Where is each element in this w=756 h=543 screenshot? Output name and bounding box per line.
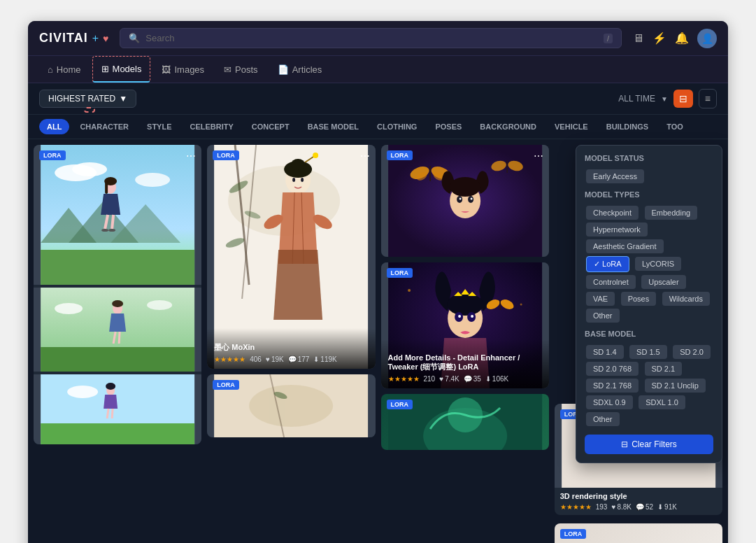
cat-tab-background[interactable]: BACKGROUND <box>472 119 544 134</box>
svg-rect-19 <box>41 347 194 372</box>
early-access-option[interactable]: Early Access <box>586 169 644 183</box>
base-sd21-unclip[interactable]: SD 2.1 Unclip <box>645 379 706 393</box>
clear-filters-button[interactable]: ⊟ Clear Filters <box>585 435 713 454</box>
base-sd20[interactable]: SD 2.0 <box>673 345 711 359</box>
type-checkpoint[interactable]: Checkpoint <box>586 206 639 220</box>
svg-marker-52 <box>273 250 322 320</box>
base-sdxl10[interactable]: SDXL 1.0 <box>639 395 685 409</box>
type-hypernetwork[interactable]: Hypernetwork <box>586 223 648 237</box>
stat-downloads-3b: ⬇ 106K <box>485 375 508 383</box>
type-aesthetic[interactable]: Aesthetic Gradient <box>586 239 664 253</box>
nav-item-articles[interactable]: 📄 Articles <box>269 57 331 82</box>
logo-text: CIVITAI <box>39 31 88 45</box>
card-3d-title: 3D rendering style <box>560 492 717 500</box>
svg-rect-7 <box>41 250 194 285</box>
model-card-1[interactable]: LORA ⋯ <box>34 145 201 444</box>
category-tabs: ALL CHARACTER STYLE CELEBRITY CONCEPT BA… <box>28 115 728 139</box>
type-embedding[interactable]: Embedding <box>645 206 698 220</box>
stars-3b: ★★★★★ <box>388 375 420 383</box>
model-card-3c[interactable]: LORA <box>381 394 549 450</box>
sort-label: HIGHEST RATED <box>48 94 115 104</box>
model-card-2b[interactable]: LORA <box>207 374 375 437</box>
cards-grid: LORA ⋯ <box>28 139 728 543</box>
main-content: HIGHEST RATED ▼ ALL TIME ▼ ⊟ ≡ A <box>28 83 728 543</box>
cat-tab-style[interactable]: STYLE <box>139 119 179 134</box>
svg-point-29 <box>106 383 115 390</box>
cat-tab-concept[interactable]: CONCEPT <box>244 119 297 134</box>
type-vae[interactable]: VAE <box>586 292 615 306</box>
cat-tab-all[interactable]: ALL <box>39 119 69 134</box>
cat-tab-poses[interactable]: POSES <box>427 119 469 134</box>
cat-tab-base-model[interactable]: BASE MODEL <box>300 119 366 134</box>
type-lora[interactable]: LoRA <box>586 256 629 272</box>
monitor-icon[interactable]: 🖥 <box>633 32 644 45</box>
type-controlnet[interactable]: Controlnet <box>586 275 636 289</box>
bolt-icon[interactable]: ⚡ <box>652 31 666 45</box>
stat-rating-3d: 193 <box>596 503 608 511</box>
type-other[interactable]: Other <box>586 309 620 323</box>
layout-button[interactable]: ≡ <box>699 89 717 108</box>
nav-articles-label: Articles <box>292 64 322 75</box>
bell-icon[interactable]: 🔔 <box>675 31 689 45</box>
card-menu-1[interactable]: ⋯ <box>186 150 196 162</box>
type-upscaler[interactable]: Upscaler <box>641 275 685 289</box>
cat-tab-celebrity[interactable]: CELEBRITY <box>183 119 241 134</box>
articles-icon: 📄 <box>278 64 289 75</box>
base-sd21-768[interactable]: SD 2.1 768 <box>586 379 639 393</box>
lora-badge-4b: LORA <box>560 529 587 539</box>
type-poses[interactable]: Poses <box>621 292 657 306</box>
model-card-3a[interactable]: LORA ⋯ <box>381 145 549 257</box>
svg-point-54 <box>249 385 333 427</box>
svg-point-46 <box>301 178 304 182</box>
stat-downloads-3d: ⬇ 91K <box>657 503 677 511</box>
base-sd20-768[interactable]: SD 2.0 768 <box>586 362 639 376</box>
nav-item-images[interactable]: 🖼 Images <box>153 57 213 82</box>
base-model-options: SD 1.4 SD 1.5 SD 2.0 SD 2.0 768 SD 2.1 S… <box>585 344 713 428</box>
type-lycoris[interactable]: LyCORIS <box>635 257 681 271</box>
secondary-nav: ⌂ Home ⊞ Models 🖼 Images ✉ Posts 📄 Artic… <box>28 56 728 83</box>
svg-line-24 <box>119 332 120 344</box>
svg-marker-22 <box>109 313 126 332</box>
svg-marker-11 <box>101 194 120 215</box>
sort-chevron-icon: ▼ <box>119 94 127 104</box>
lora-badge-1: LORA <box>39 150 66 160</box>
type-wildcards[interactable]: Wildcards <box>662 292 710 306</box>
nav-item-home[interactable]: ⌂ Home <box>39 57 90 82</box>
base-sdxl09[interactable]: SDXL 0.9 <box>586 395 633 409</box>
card-image-1c <box>34 374 201 444</box>
search-bar[interactable]: 🔍 Search / <box>120 28 622 48</box>
nav-item-posts[interactable]: ✉ Posts <box>215 57 266 82</box>
svg-point-26 <box>67 386 98 398</box>
filter-funnel-icon: ⊟ <box>679 93 687 104</box>
browser-frame: CIVITAI + ♥ 🔍 Search / 🖥 ⚡ 🔔 👤 ⌂ <box>28 21 728 543</box>
model-card-3b[interactable]: LORA <box>381 262 549 388</box>
model-card-2[interactable]: LORA ⋯ <box>207 145 375 369</box>
filter-active-button[interactable]: ⊟ <box>673 90 693 108</box>
cat-tab-too[interactable]: TOO <box>659 119 691 134</box>
user-avatar[interactable]: 👤 <box>697 29 717 48</box>
filter-dropdown: Model status Early Access Model types Ch… <box>576 145 722 463</box>
base-sd15[interactable]: SD 1.5 <box>629 345 667 359</box>
stat-comments-3b: 💬 35 <box>464 375 481 383</box>
base-sd21[interactable]: SD 2.1 <box>645 362 683 376</box>
cat-tab-clothing[interactable]: CLOTHING <box>369 119 425 134</box>
svg-point-14 <box>101 229 108 232</box>
svg-point-74 <box>520 304 522 306</box>
stat-rating-3b: 210 <box>424 375 436 383</box>
cat-tab-buildings[interactable]: BUILDINGS <box>599 119 657 134</box>
card-overlay-3b: Add More Details - Detail Enhancer / Twe… <box>381 339 549 388</box>
sort-button[interactable]: HIGHEST RATED ▼ <box>39 90 136 108</box>
model-card-4b[interactable]: LORA <box>555 523 722 543</box>
card-menu-2[interactable]: ⋯ <box>360 150 370 162</box>
cat-tab-character[interactable]: CHARACTER <box>72 119 136 134</box>
card-menu-3a[interactable]: ⋯ <box>534 150 543 162</box>
base-other[interactable]: Other <box>586 412 620 426</box>
base-sd14[interactable]: SD 1.4 <box>586 345 624 359</box>
clear-filters-label: Clear Filters <box>632 439 677 449</box>
model-types-title: Model types <box>585 190 713 199</box>
card-stats-2: ★★★★★ 406 ♥ 19K 💬 177 ⬇ 119K <box>214 355 368 363</box>
nav-item-models[interactable]: ⊞ Models <box>92 56 151 83</box>
svg-point-73 <box>408 289 411 292</box>
cat-tab-vehicle[interactable]: VEHICLE <box>547 119 596 134</box>
card-image-3a <box>381 145 549 257</box>
